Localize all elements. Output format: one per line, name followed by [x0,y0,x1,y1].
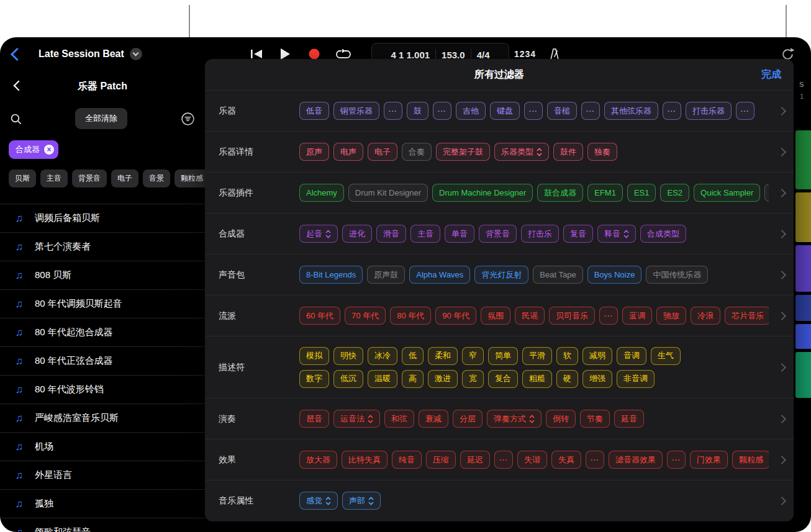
filter-chip[interactable]: 延迟 [460,451,490,469]
filter-chip[interactable]: Drum Machine Designer [432,184,533,202]
filter-chip[interactable]: 硬 [556,370,578,388]
filter-chip[interactable]: 吉他 [456,102,486,120]
filter-chip[interactable]: 低音 [299,102,329,120]
filter-chip[interactable]: 弹奏方式 [487,410,541,428]
filter-chip[interactable]: 声部 [342,492,381,510]
filter-chip[interactable]: 芯片音乐 [725,307,769,325]
remove-filter-icon[interactable]: × [44,145,54,155]
filter-chip[interactable]: 模拟 [299,347,329,365]
filter-button[interactable] [181,112,195,126]
filter-chip[interactable]: 失谐 [517,451,547,469]
active-filter-chip[interactable]: 合成器 × [9,140,58,159]
more-filters-chip[interactable]: ··· [581,102,600,120]
filter-chip[interactable]: 70 年代 [345,307,386,325]
filter-chip[interactable]: 释音 [597,225,636,243]
filter-chip[interactable]: 键盘 [490,102,520,120]
row-detail-chevron[interactable] [769,416,785,422]
more-filters-chip[interactable]: ··· [736,102,754,120]
filter-chip[interactable]: 激进 [428,370,458,388]
filter-chip[interactable]: Quick Sampler [694,184,760,202]
filter-chip[interactable]: 数字 [299,370,329,388]
filter-chip[interactable]: 冰冷 [368,347,397,365]
row-detail-chevron[interactable] [769,190,785,196]
filter-chip[interactable]: 平滑 [522,347,552,365]
filter-chip[interactable]: 粗糙 [522,370,552,388]
filter-chip[interactable]: 压缩 [426,451,456,469]
filter-chip[interactable]: 合成类型 [640,225,686,243]
filter-chip[interactable]: 60 年代 [299,307,340,325]
patch-list-item[interactable]: ♫外星语言 [0,461,205,490]
more-filters-chip[interactable]: ··· [433,102,451,120]
filter-chip[interactable]: 和弦 [384,410,414,428]
filter-chip[interactable]: 门效果 [690,451,728,469]
filter-chip[interactable]: 80 年代 [390,307,431,325]
filter-chip[interactable]: Boys Noize [587,266,642,284]
category-chip[interactable]: 主音 [40,169,68,187]
filter-chip[interactable]: 纯音 [392,451,422,469]
filter-chip[interactable]: 背景音 [479,225,517,243]
filter-chip[interactable]: 颗粒感 [732,451,769,469]
filter-chip[interactable]: 倒转 [546,410,576,428]
patch-list-item[interactable]: ♫严峻感浩室音乐贝斯 [0,404,205,433]
filter-chip[interactable]: 合奏 [402,143,432,161]
filter-chip[interactable]: 电子 [368,143,397,161]
filter-chip[interactable]: 琶音 [299,410,329,428]
row-detail-chevron[interactable] [769,364,785,371]
patch-list-item[interactable]: ♫80 年代起泡合成器 [0,318,205,347]
filter-chip[interactable]: 节奏 [580,410,610,428]
category-chip[interactable]: 电子 [111,169,138,187]
filter-chip[interactable]: 单音 [445,225,474,243]
filter-chip[interactable]: 复音 [563,225,593,243]
row-detail-chevron[interactable] [769,231,785,237]
filter-chip[interactable]: 分层 [453,410,483,428]
filter-chip[interactable]: 滤音器效果 [609,451,663,469]
filter-chip[interactable]: 民谣 [515,307,545,325]
filter-chip[interactable]: 冷浪 [691,307,720,325]
filter-chip[interactable]: 音槌 [547,102,577,120]
patch-list-item[interactable]: ♫80 年代正弦合成器 [0,347,205,376]
row-detail-chevron[interactable] [769,149,785,155]
filter-chip[interactable]: 比特失真 [342,451,387,469]
filter-chip[interactable]: 起音 [299,225,338,243]
filter-chip[interactable]: 8-Bit Legends [299,266,363,284]
filter-chip[interactable]: 乐器类型 [494,143,549,161]
row-detail-chevron[interactable] [769,108,785,114]
filter-chip[interactable]: 低 [402,347,424,365]
filter-chip[interactable]: 怀旧合成器 [764,184,769,202]
filter-chip[interactable]: EFM1 [587,184,623,202]
patch-list-item[interactable]: ♫孤独 [0,490,205,518]
filter-chip[interactable]: 进化 [342,225,372,243]
row-detail-chevron[interactable] [769,498,785,504]
filter-chip[interactable]: 鼓 [407,102,428,120]
category-chip[interactable]: 贝斯 [9,169,36,187]
filter-chip[interactable]: 音调 [617,347,646,365]
row-detail-chevron[interactable] [769,313,785,319]
more-filters-chip[interactable]: ··· [599,307,618,325]
filter-chip[interactable]: 90 年代 [435,307,476,325]
filter-chip[interactable]: 感觉 [299,492,338,510]
filter-chip[interactable]: 原声 [299,143,329,161]
patch-list-item[interactable]: ♫调频后备箱贝斯 [0,204,205,233]
patch-list-item[interactable]: ♫808 贝斯 [0,261,205,290]
filter-chip[interactable]: 增强 [582,370,612,388]
filter-chip[interactable]: Drum Kit Designer [348,184,428,202]
filter-chip[interactable]: 主音 [410,225,440,243]
filter-chip[interactable]: 中国传统乐器 [646,266,708,284]
filter-chip[interactable]: 低沉 [333,370,363,388]
filter-chip[interactable]: 明快 [333,347,363,365]
done-button[interactable]: 完成 [761,68,781,81]
filter-chip[interactable]: 打击乐器 [686,102,732,120]
filter-chip[interactable]: 打击乐 [521,225,559,243]
more-filters-chip[interactable]: ··· [384,102,402,120]
filter-chip[interactable]: 滑音 [376,225,406,243]
filter-chip[interactable]: 鼓合成器 [537,184,583,202]
filter-chip[interactable]: 生气 [651,347,681,365]
filter-chip[interactable]: 复合 [488,370,518,388]
filter-chip[interactable]: 氛围 [481,307,510,325]
more-filters-chip[interactable]: ··· [494,451,513,469]
filter-chip[interactable]: 运音法 [333,410,380,428]
patch-list-item[interactable]: ♫80 年代波形铃铛 [0,376,205,404]
more-filters-chip[interactable]: ··· [586,451,604,469]
category-chip[interactable]: 颗粒感 [174,169,205,187]
filter-chip[interactable]: 背光灯反射 [474,266,528,284]
